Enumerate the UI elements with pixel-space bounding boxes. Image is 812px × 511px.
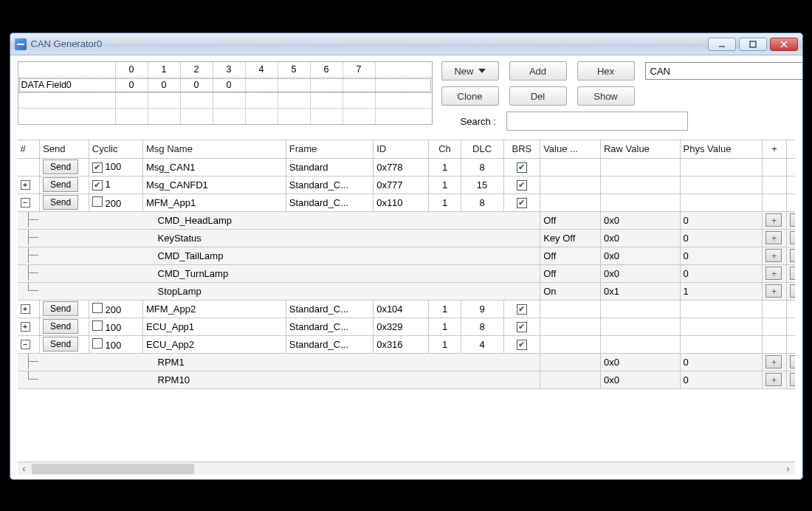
step-plus-button[interactable]: + [765, 213, 782, 227]
cyclic-checkbox[interactable]: ✔ [92, 180, 103, 191]
send-button[interactable]: Send [43, 319, 78, 334]
col-tree[interactable]: # [18, 140, 40, 158]
send-button[interactable]: Send [43, 177, 78, 192]
add-button[interactable]: Add [509, 61, 567, 80]
col-brs[interactable]: BRS [503, 140, 540, 158]
data-byte-3[interactable]: 0 [213, 78, 246, 92]
col-raw[interactable]: Raw Value [600, 140, 680, 158]
send-button[interactable]: Send [43, 337, 78, 351]
maximize-button[interactable] [739, 38, 767, 51]
scroll-thumb[interactable] [32, 464, 194, 474]
signal-row[interactable]: KeyStatusKey Off0x00+−1 [18, 229, 795, 247]
step-plus-button[interactable]: + [765, 284, 782, 298]
clone-button[interactable]: Clone [441, 86, 499, 106]
signal-row[interactable]: CMD_TurnLampOff0x00+−1 [18, 264, 795, 282]
scroll-left-icon[interactable]: ‹ [18, 462, 31, 476]
close-button[interactable] [770, 38, 798, 51]
step-plus-button[interactable]: + [765, 231, 782, 244]
msg-id: 0x329 [374, 318, 429, 335]
step-plus-button[interactable]: + [765, 249, 782, 262]
brs-checkbox[interactable]: ✔ [517, 340, 527, 350]
col-send[interactable]: Send [40, 140, 89, 158]
brs-checkbox[interactable]: ✔ [517, 198, 527, 208]
signal-row[interactable]: RPM10x00+−1 [18, 353, 795, 371]
step-minus-button[interactable]: − [790, 231, 795, 244]
minimize-button[interactable] [708, 38, 736, 51]
search-input[interactable] [506, 112, 688, 131]
titlebar[interactable]: CAN Generator0 [10, 33, 802, 55]
step-minus-button[interactable]: − [790, 213, 795, 227]
dlc: 4 [461, 335, 503, 353]
col-plus[interactable]: + [763, 140, 786, 158]
brs-checkbox[interactable]: ✔ [517, 180, 527, 191]
cyclic-checkbox[interactable]: ✔ [92, 162, 103, 173]
col-cyclic[interactable]: Cyclic [89, 140, 142, 158]
brs-checkbox[interactable]: ✔ [517, 322, 527, 332]
step-minus-button[interactable]: − [790, 284, 795, 298]
cyclic-checkbox[interactable] [92, 303, 103, 313]
msg-name: Msg_CANFD1 [143, 176, 286, 193]
data-field-grid[interactable]: 0 1 2 3 4 5 6 7 DATA Field0 0 [18, 61, 433, 125]
grid-header-row: # Send Cyclic Msg Name Frame ID Ch DLC B… [18, 140, 795, 158]
signal-row[interactable]: CMD_HeadLampOff0x00+−1 [18, 211, 795, 229]
brs-checkbox[interactable]: ✔ [517, 162, 527, 173]
signal-row[interactable]: CMD_TailLampOff0x00+−1 [18, 247, 795, 264]
send-button[interactable]: Send [43, 195, 78, 210]
col-msg[interactable]: Msg Name [143, 140, 286, 158]
step-minus-button[interactable]: − [790, 267, 795, 280]
channel: 1 [429, 193, 461, 211]
new-button[interactable]: New [441, 61, 499, 80]
send-button[interactable]: Send [43, 160, 78, 174]
message-row[interactable]: +Send 200MFM_App2Standard_C...0x10419✔ [18, 300, 795, 318]
cyclic-checkbox[interactable] [92, 338, 103, 349]
message-grid[interactable]: # Send Cyclic Msg Name Frame ID Ch DLC B… [18, 140, 795, 389]
col-minus[interactable]: - [786, 140, 794, 158]
message-row[interactable]: −Send 100ECU_App2Standard_C...0x31614✔ [18, 335, 795, 353]
signal-row[interactable]: StopLampOn0x11+−1 [18, 282, 795, 300]
data-byte-0[interactable]: 0 [116, 78, 148, 92]
expand-icon[interactable]: + [21, 322, 30, 332]
col-id[interactable]: ID [374, 140, 429, 158]
step-plus-button[interactable]: + [765, 373, 782, 386]
message-row[interactable]: +Send 100ECU_App1Standard_C...0x32918✔ [18, 318, 795, 335]
col-valuedesc[interactable]: Value ... [540, 140, 601, 158]
message-row[interactable]: Send✔ 100Msg_CAN1Standard0x77818✔ [18, 158, 795, 176]
show-button[interactable]: Show [577, 86, 635, 106]
col-ch[interactable]: Ch [429, 140, 461, 158]
scroll-right-icon[interactable]: › [782, 462, 795, 476]
data-byte-4[interactable] [246, 78, 278, 92]
data-byte-5[interactable] [278, 78, 311, 92]
col-dlc[interactable]: DLC [461, 140, 503, 158]
cyclic-checkbox[interactable] [92, 320, 103, 331]
cyclic-checkbox[interactable] [92, 196, 103, 207]
signal-row[interactable]: RPM100x00+−1 [18, 371, 795, 388]
message-row[interactable]: +Send✔ 1Msg_CANFD1Standard_C...0x777115✔ [18, 176, 795, 193]
brs-checkbox[interactable]: ✔ [517, 304, 527, 315]
expand-icon[interactable]: + [21, 180, 30, 190]
data-byte-1[interactable]: 0 [148, 78, 181, 92]
signal-name: StopLamp [143, 282, 540, 300]
protocol-select[interactable]: CAN [645, 62, 802, 80]
signal-name: CMD_HeadLamp [143, 211, 540, 229]
data-byte-2[interactable]: 0 [181, 78, 213, 92]
step-minus-button[interactable]: − [790, 249, 795, 262]
hex-button[interactable]: Hex [577, 61, 635, 80]
collapse-icon[interactable]: − [21, 198, 30, 208]
data-byte-7[interactable] [343, 78, 376, 92]
step-minus-button[interactable]: − [790, 373, 795, 386]
data-byte-6[interactable] [311, 78, 343, 92]
svg-rect-1 [750, 41, 756, 47]
step-plus-button[interactable]: + [765, 355, 782, 368]
col-phys[interactable]: Phys Value [680, 140, 763, 158]
del-button[interactable]: Del [509, 86, 567, 106]
col-frame[interactable]: Frame [286, 140, 373, 158]
horizontal-scrollbar[interactable]: ‹ › [18, 462, 795, 475]
expand-icon[interactable]: + [21, 304, 30, 314]
collapse-icon[interactable]: − [21, 340, 30, 349]
signal-name: CMD_TurnLamp [143, 264, 540, 282]
message-row[interactable]: −Send 200MFM_App1Standard_C...0x11018✔ [18, 193, 795, 211]
send-button[interactable]: Send [43, 301, 78, 316]
dlc: 9 [461, 300, 503, 318]
step-plus-button[interactable]: + [765, 267, 782, 280]
step-minus-button[interactable]: − [790, 355, 795, 368]
